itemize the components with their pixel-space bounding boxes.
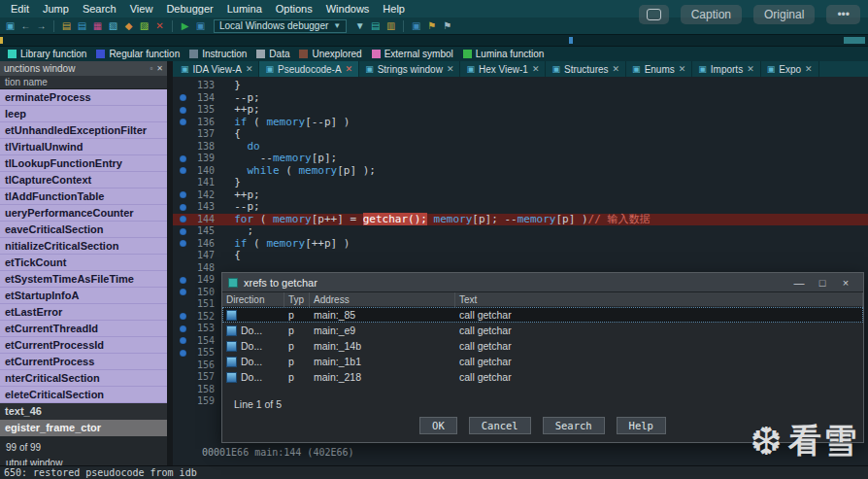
debugger-selector[interactable]: Local Windows debugger ▼ xyxy=(214,19,347,33)
breakpoint-dot[interactable] xyxy=(180,289,186,295)
code-line[interactable]: 146 if ( memory[++p] ) xyxy=(173,238,868,251)
function-row[interactable]: ueryPerformanceCounter xyxy=(0,205,167,222)
tab-close-icon[interactable]: ✕ xyxy=(447,64,454,74)
function-row[interactable]: egister_frame_ctor xyxy=(0,420,167,436)
code-line[interactable]: 134 --p; xyxy=(173,92,868,105)
panel-menu-icon[interactable]: ▫ xyxy=(150,64,152,73)
function-row[interactable]: leep xyxy=(0,106,167,122)
xref-column-header[interactable]: Direction xyxy=(222,292,284,307)
code-line[interactable]: 141 } xyxy=(173,177,868,189)
tab-hex-view-1[interactable]: ▣Hex View-1✕ xyxy=(460,61,546,77)
navigator-band[interactable] xyxy=(0,34,868,47)
toolbar-icon[interactable]: ⚑ xyxy=(441,19,453,32)
tab-close-icon[interactable]: ✕ xyxy=(532,64,540,74)
breakpoint-dot[interactable] xyxy=(180,204,186,211)
dialog-button-search[interactable]: Search xyxy=(543,417,605,434)
menu-item-windows[interactable]: Windows xyxy=(319,2,377,16)
toolbar-icon[interactable]: ◆ xyxy=(122,19,135,32)
function-row[interactable]: etCurrentThreadId xyxy=(0,321,167,337)
toolbar-icon[interactable]: ▨ xyxy=(138,19,150,32)
tab-strings-window[interactable]: ▣Strings window✕ xyxy=(359,61,460,77)
breakpoint-dot[interactable] xyxy=(180,155,186,162)
tab-ida-view-a[interactable]: ▣IDA View-A✕ xyxy=(175,61,259,77)
breakpoint-dot[interactable] xyxy=(180,228,186,235)
xref-row[interactable]: Do...pmain:_e9call getchar xyxy=(222,323,863,338)
toolbar-icon[interactable]: ⚑ xyxy=(425,19,438,32)
function-name-column-header[interactable]: tion name xyxy=(0,76,167,89)
function-row[interactable]: etSystemTimeAsFileTime xyxy=(0,271,167,288)
function-row[interactable]: etUnhandledExceptionFilter xyxy=(0,122,167,139)
tab-close-icon[interactable]: ✕ xyxy=(346,64,353,74)
breakpoint-dot[interactable] xyxy=(180,167,186,174)
dialog-button-ok[interactable]: OK xyxy=(419,417,457,434)
tab-imports[interactable]: ▣Imports✕ xyxy=(692,61,760,77)
toolbar-icon[interactable]: ▧ xyxy=(107,19,119,32)
function-row[interactable]: eleteCriticalSection xyxy=(0,387,167,403)
breakpoint-dot[interactable] xyxy=(180,277,186,284)
xref-column-header[interactable]: Text xyxy=(455,292,863,307)
toolbar-icon[interactable]: ← xyxy=(19,19,32,32)
function-row[interactable]: etTickCount xyxy=(0,255,167,271)
function-row[interactable]: tlVirtualUnwind xyxy=(0,139,167,155)
code-line[interactable]: 136 if ( memory[--p] ) xyxy=(173,117,868,129)
function-row[interactable]: nterCriticalSection xyxy=(0,370,167,387)
tab-close-icon[interactable]: ✕ xyxy=(679,64,686,74)
xref-row[interactable]: pmain:_85call getchar xyxy=(222,307,863,323)
dialog-button-help[interactable]: Help xyxy=(617,417,666,434)
close-icon[interactable]: × xyxy=(834,277,857,289)
menu-item-jump[interactable]: Jump xyxy=(36,2,76,16)
menu-item-view[interactable]: View xyxy=(123,2,160,16)
caption-button[interactable]: Caption xyxy=(681,5,742,24)
menu-item-lumina[interactable]: Lumina xyxy=(220,2,269,16)
function-row[interactable]: erminateProcess xyxy=(0,89,167,106)
code-line[interactable]: 137 { xyxy=(173,128,868,141)
minimize-icon[interactable]: — xyxy=(787,277,811,289)
original-button[interactable]: Original xyxy=(753,5,815,24)
toolbar-icon[interactable]: ▶ xyxy=(179,19,191,32)
maximize-icon[interactable]: □ xyxy=(811,277,834,289)
xref-row[interactable]: Do...pmain:_218call getchar xyxy=(222,369,863,385)
tab-close-icon[interactable]: ✕ xyxy=(246,64,253,74)
menu-item-search[interactable]: Search xyxy=(76,2,123,16)
tab-expo[interactable]: ▣Expo✕ xyxy=(761,61,819,77)
function-row[interactable]: tlLookupFunctionEntry xyxy=(0,155,167,172)
code-line[interactable]: 147 { xyxy=(173,250,868,262)
breakpoint-dot[interactable] xyxy=(180,119,186,125)
toolbar-icon[interactable]: ▤ xyxy=(76,19,88,32)
tab-close-icon[interactable]: ✕ xyxy=(747,64,754,74)
breakpoint-dot[interactable] xyxy=(180,325,186,332)
function-row[interactable]: etCurrentProcess xyxy=(0,354,167,370)
code-line[interactable]: 144 for ( memory[p++] = getchar(); memor… xyxy=(173,214,868,226)
toolbar-icon[interactable]: ▣ xyxy=(410,19,422,32)
dialog-title-bar[interactable]: xrefs to getchar —□× xyxy=(222,273,863,292)
breakpoint-dot[interactable] xyxy=(180,94,186,101)
code-line[interactable]: 142 ++p; xyxy=(173,189,868,202)
xref-row[interactable]: Do...pmain:_1b1call getchar xyxy=(222,354,863,369)
xref-column-header[interactable]: Typ xyxy=(284,292,310,307)
tab-pseudocode-a[interactable]: ▣Pseudocode-A✕ xyxy=(259,61,359,77)
toolbar-icon[interactable]: ▣ xyxy=(4,19,17,32)
menu-item-edit[interactable]: Edit xyxy=(4,2,36,16)
function-row[interactable]: tlCaptureContext xyxy=(0,172,167,188)
menu-item-debugger[interactable]: Debugger xyxy=(159,2,219,16)
function-row[interactable]: text_46 xyxy=(0,403,167,420)
code-line[interactable]: 133 } xyxy=(173,80,868,92)
function-row[interactable]: eaveCriticalSection xyxy=(0,222,167,238)
more-options-button[interactable]: ••• xyxy=(826,5,860,24)
breakpoint-dot[interactable] xyxy=(180,240,186,247)
toolbar-icon[interactable]: ▼ xyxy=(353,19,366,32)
menu-item-options[interactable]: Options xyxy=(269,2,319,16)
breakpoint-dot[interactable] xyxy=(180,107,186,114)
tab-structures[interactable]: ▣Structures✕ xyxy=(546,61,626,77)
breakpoint-dot[interactable] xyxy=(180,350,186,357)
tab-close-icon[interactable]: ✕ xyxy=(805,64,813,74)
toolbar-icon[interactable]: ▤ xyxy=(60,19,73,32)
toolbar-icon[interactable]: ▦ xyxy=(91,19,104,32)
toolbar-icon[interactable]: ▤ xyxy=(369,19,382,32)
breakpoint-dot[interactable] xyxy=(180,313,186,320)
tab-close-icon[interactable]: ✕ xyxy=(613,64,620,74)
panel-close-icon[interactable]: ✕ xyxy=(156,64,163,73)
menu-item-help[interactable]: Help xyxy=(376,2,412,16)
xref-column-header[interactable]: Address xyxy=(310,292,455,307)
breakpoint-dot[interactable] xyxy=(180,216,186,222)
